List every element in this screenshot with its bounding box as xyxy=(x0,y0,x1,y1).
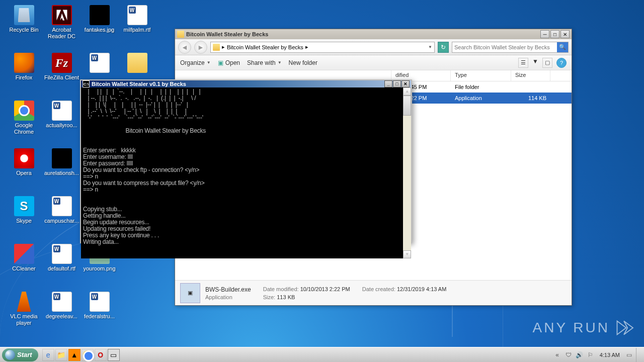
desktop-icon[interactable]: FzFileZilla Client xyxy=(43,53,80,98)
ic-cc-icon xyxy=(14,244,34,264)
icon-label: Opera xyxy=(16,170,32,176)
chevron-down-icon[interactable]: ▼ xyxy=(532,58,538,68)
forward-button[interactable]: ► xyxy=(194,41,207,54)
close-button[interactable]: ✕ xyxy=(560,30,570,38)
icon-label: actuallyroo... xyxy=(46,122,77,129)
scroll-up-button[interactable]: ▲ xyxy=(403,87,411,96)
desktop-icon[interactable]: aurelationsh... xyxy=(43,148,80,194)
console-titlebar[interactable]: C:\ Bitcoin Wallet Stealer v0.1 by Becks… xyxy=(81,80,411,87)
desktop-icon[interactable]: degreeleav... xyxy=(43,292,80,337)
back-button[interactable]: ◄ xyxy=(178,41,191,54)
details-pane: ▣ BWS-Builder.exe Date modified: 10/10/2… xyxy=(175,280,572,305)
ic-word-icon xyxy=(127,5,147,25)
opera-icon[interactable]: O xyxy=(95,349,107,361)
desktop-icon[interactable]: SSkype xyxy=(5,196,43,241)
taskbar: Start e 📁 ▲ O ▭ « 🛡 🔊 ⚐ 4:13 AM ▭ xyxy=(0,347,644,362)
flag-icon[interactable]: ⚐ xyxy=(587,351,595,359)
search-box[interactable]: 🔍 xyxy=(452,42,569,53)
icon-label: degreeleav... xyxy=(46,313,77,320)
share-button[interactable]: Share with▼ xyxy=(247,59,282,66)
scrollbar[interactable]: ▲ ▼ xyxy=(403,87,411,258)
task-cmd-icon[interactable]: ▭ xyxy=(108,349,120,361)
desktop-icon[interactable]: milfpalm.rtf xyxy=(118,5,156,50)
desktop-icon[interactable]: Recycle Bin xyxy=(5,5,43,50)
show-desktop-button[interactable] xyxy=(636,348,641,362)
icon-label: Firefox xyxy=(16,74,33,81)
explorer-icon[interactable]: 📁 xyxy=(55,349,67,361)
console-title: Bitcoin Wallet Stealer v0.1 by Becks xyxy=(92,81,384,87)
explorer-title: Bitcoin Wallet Stealer by Becks xyxy=(186,31,540,37)
close-button[interactable]: ✕ xyxy=(401,80,410,87)
icon-label: Recycle Bin xyxy=(9,27,38,33)
quick-launch: e 📁 ▲ O ▭ xyxy=(42,349,120,361)
icon-label: Acrobat Reader DC xyxy=(44,27,80,39)
play-icon xyxy=(614,319,634,337)
icon-label: Google Chrome xyxy=(6,122,42,135)
desktop-icon[interactable]: CCleaner xyxy=(5,244,43,289)
ic-folder-icon xyxy=(127,53,147,73)
desktop-icon[interactable]: Firefox xyxy=(5,53,43,98)
address-text: Bitcoin Wallet Stealer by Becks xyxy=(227,44,303,50)
console-window: C:\ Bitcoin Wallet Stealer v0.1 by Becks… xyxy=(80,79,412,243)
clock[interactable]: 4:13 AM xyxy=(598,352,622,358)
ic-word-icon xyxy=(90,53,110,73)
desktop-icon[interactable]: Acrobat Reader DC xyxy=(43,5,80,50)
maximize-button[interactable]: □ xyxy=(393,80,401,87)
ic-word-icon xyxy=(52,292,72,312)
minimize-button[interactable]: ─ xyxy=(540,30,549,38)
cmd-icon: C:\ xyxy=(83,80,90,87)
ic-word-icon xyxy=(90,292,110,312)
desktop: Recycle BinAcrobat Reader DCfantakes.jpg… xyxy=(0,0,644,362)
desktop-icon[interactable]: VLC media player xyxy=(5,292,43,337)
preview-pane-button[interactable]: ▢ xyxy=(542,58,552,68)
console-output[interactable]: | | | | | `--. | | | | | | | | | | | | |… xyxy=(81,87,411,258)
desktop-icon[interactable]: Google Chrome xyxy=(5,101,43,146)
address-bar[interactable]: ▸ Bitcoin Wallet Stealer by Becks ▸ ▼ xyxy=(210,42,435,53)
volume-icon[interactable]: 🔊 xyxy=(576,351,584,359)
desktop-icon[interactable]: defaultof.rtf xyxy=(43,244,80,289)
desktop-peek-icon[interactable]: ▭ xyxy=(625,351,633,359)
chevron-down-icon[interactable]: ▼ xyxy=(428,45,432,49)
help-button[interactable]: ? xyxy=(556,58,567,68)
new-folder-button[interactable]: New folder xyxy=(289,59,317,66)
chrome-icon[interactable] xyxy=(82,349,94,361)
col-type[interactable]: Type xyxy=(451,70,511,81)
security-icon[interactable]: 🛡 xyxy=(565,351,573,359)
refresh-button[interactable]: ↻ xyxy=(438,42,449,53)
scroll-thumb[interactable] xyxy=(403,96,411,116)
addr-dd[interactable]: ▸ xyxy=(305,44,308,50)
icon-label: youroom.png xyxy=(83,265,115,272)
scroll-track[interactable] xyxy=(403,96,411,250)
desktop-icon[interactable]: actuallyroo... xyxy=(43,101,80,146)
ie-icon[interactable]: e xyxy=(42,349,54,361)
search-input[interactable] xyxy=(452,44,557,50)
desktop-icon[interactable]: federalstru... xyxy=(80,292,118,337)
ic-vlc-icon xyxy=(14,292,34,312)
file-thumbnail: ▣ xyxy=(180,283,200,303)
maximize-button[interactable]: □ xyxy=(550,30,559,38)
open-button[interactable]: ▣Open xyxy=(218,59,240,66)
col-size[interactable]: Size xyxy=(511,70,550,81)
ic-thumb-icon xyxy=(90,5,110,25)
system-tray: « 🛡 🔊 ⚐ 4:13 AM ▭ xyxy=(550,348,644,362)
show-hidden-icon[interactable]: « xyxy=(553,351,561,359)
organize-button[interactable]: Organize▼ xyxy=(180,59,211,66)
addr-sep: ▸ xyxy=(222,44,225,50)
desktop-icon[interactable]: campuschar... xyxy=(43,196,80,241)
scroll-down-button[interactable]: ▼ xyxy=(403,250,411,258)
ic-word-icon xyxy=(52,244,72,264)
start-button[interactable]: Start xyxy=(2,348,38,361)
minimize-button[interactable]: _ xyxy=(384,80,392,87)
ic-recycle-icon xyxy=(14,5,34,25)
explorer-titlebar[interactable]: Bitcoin Wallet Stealer by Becks ─ □ ✕ xyxy=(175,29,572,39)
icon-label: Skype xyxy=(16,218,32,224)
search-icon[interactable]: 🔍 xyxy=(557,42,568,52)
view-button[interactable]: ☰ xyxy=(518,58,528,68)
folder-icon xyxy=(177,31,184,38)
icon-label: federalstru... xyxy=(84,313,115,320)
folder-icon xyxy=(213,44,220,51)
desktop-icon[interactable]: fantakes.jpg xyxy=(80,5,118,50)
vlc-icon[interactable]: ▲ xyxy=(68,349,80,361)
icon-label: FileZilla Client xyxy=(44,74,79,81)
desktop-icon[interactable]: Opera xyxy=(5,148,43,194)
